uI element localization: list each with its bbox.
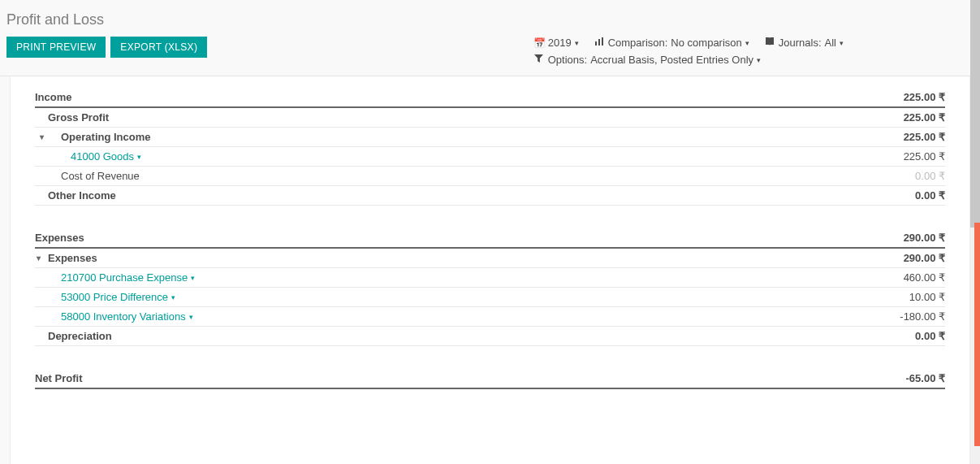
book-icon <box>764 37 775 49</box>
other-income-row: Other Income 0.00 ₹ <box>35 186 945 206</box>
expenses-section: Expenses 290.00 ₹ ▾ Expenses 290.00 ₹ 21… <box>35 228 945 346</box>
chevron-down-icon: ▾ <box>191 274 195 282</box>
comparison-label: Comparison: <box>608 37 668 49</box>
account-value: 460.00 ₹ <box>848 271 945 284</box>
chevron-down-icon: ▾ <box>745 39 749 47</box>
income-total: 225.00 ₹ <box>848 91 945 103</box>
cost-of-revenue-value: 0.00 ₹ <box>848 170 945 182</box>
income-section: Income 225.00 ₹ Gross Profit 225.00 ₹ ▾ … <box>35 88 945 206</box>
net-profit-section: Net Profit -65.00 ₹ <box>35 369 945 389</box>
gross-profit-row: Gross Profit 225.00 ₹ <box>35 108 945 128</box>
chevron-down-icon: ▾ <box>840 39 844 47</box>
chevron-down-icon: ▾ <box>757 56 761 64</box>
depreciation-value: 0.00 ₹ <box>848 330 945 342</box>
account-name: 58000 Inventory Variations <box>61 310 186 323</box>
chevron-down-icon: ▾ <box>189 313 193 321</box>
account-link-53000-price-difference[interactable]: 53000 Price Difference ▾ <box>61 291 175 303</box>
chevron-down-icon: ▾ <box>137 153 141 161</box>
other-income-value: 0.00 ₹ <box>848 189 945 202</box>
income-title: Income <box>35 91 848 103</box>
calendar-icon: 📅 <box>533 37 545 49</box>
export-xlsx-button[interactable]: EXPORT (XLSX) <box>110 37 207 58</box>
account-link-58000-inventory-variations[interactable]: 58000 Inventory Variations ▾ <box>61 310 193 323</box>
cost-of-revenue-label: Cost of Revenue <box>35 170 848 182</box>
account-value: 10.00 ₹ <box>848 291 945 303</box>
account-row: 53000 Price Difference ▾ 10.00 ₹ <box>35 288 945 307</box>
caret-down-icon: ▾ <box>37 254 46 262</box>
net-profit-row: Net Profit -65.00 ₹ <box>35 369 945 389</box>
svg-rect-1 <box>598 39 600 46</box>
toolbar: PRINT PREVIEW EXPORT (XLSX) 📅 2019 ▾ Com… <box>0 37 980 76</box>
expenses-sub-label: Expenses <box>48 252 97 264</box>
svg-rect-2 <box>602 37 603 46</box>
net-profit-label: Net Profit <box>35 372 848 384</box>
account-name: 53000 Price Difference <box>61 291 168 303</box>
account-row: 58000 Inventory Variations ▾ -180.00 ₹ <box>35 307 945 327</box>
account-row: 41000 Goods ▾ 225.00 ₹ <box>35 147 945 167</box>
operating-income-row[interactable]: ▾ Operating Income 225.00 ₹ <box>35 128 945 147</box>
account-value: 225.00 ₹ <box>848 150 945 163</box>
account-name: 210700 Purchase Expense <box>61 271 188 284</box>
account-value: -180.00 ₹ <box>848 310 945 323</box>
svg-rect-0 <box>595 41 597 46</box>
bar-chart-icon <box>594 37 605 49</box>
expenses-header: Expenses 290.00 ₹ <box>35 228 945 249</box>
income-header: Income 225.00 ₹ <box>35 88 945 108</box>
account-name: 41000 Goods <box>71 150 134 163</box>
chevron-down-icon: ▾ <box>575 39 579 47</box>
net-profit-value: -65.00 ₹ <box>848 372 945 384</box>
account-link-210700-purchase-expense[interactable]: 210700 Purchase Expense ▾ <box>61 271 195 284</box>
funnel-icon <box>533 54 545 66</box>
account-link-41000-goods[interactable]: 41000 Goods ▾ <box>71 150 141 163</box>
other-income-label: Other Income <box>35 189 848 202</box>
expenses-sub-value: 290.00 ₹ <box>848 252 945 264</box>
journals-label: Journals: <box>779 37 822 49</box>
period-value: 2019 <box>548 37 572 49</box>
options-value: Accrual Basis, Posted Entries Only <box>590 54 753 66</box>
accent-bar <box>974 223 980 446</box>
cost-of-revenue-row: Cost of Revenue 0.00 ₹ <box>35 167 945 186</box>
period-filter[interactable]: 📅 2019 ▾ <box>533 37 579 49</box>
report-body: Income 225.00 ₹ Gross Profit 225.00 ₹ ▾ … <box>10 76 970 464</box>
expenses-sub-row[interactable]: ▾ Expenses 290.00 ₹ <box>35 249 945 268</box>
expenses-title: Expenses <box>35 232 848 244</box>
options-label: Options: <box>548 54 587 66</box>
operating-income-value: 225.00 ₹ <box>848 131 945 143</box>
journals-filter[interactable]: Journals: All ▾ <box>764 37 844 49</box>
page-title: Profit and Loss <box>0 0 980 37</box>
depreciation-row: Depreciation 0.00 ₹ <box>35 327 945 346</box>
comparison-value: No comparison <box>671 37 741 49</box>
caret-down-icon: ▾ <box>40 132 50 141</box>
expenses-total: 290.00 ₹ <box>848 232 945 244</box>
gross-profit-value: 225.00 ₹ <box>848 111 945 124</box>
options-filter[interactable]: Options: Accrual Basis, Posted Entries O… <box>533 54 761 66</box>
comparison-filter[interactable]: Comparison: No comparison ▾ <box>594 37 749 49</box>
journals-value: All <box>825 37 836 49</box>
print-preview-button[interactable]: PRINT PREVIEW <box>6 37 106 58</box>
scrollbar-thumb[interactable] <box>970 0 980 228</box>
depreciation-label: Depreciation <box>35 330 848 342</box>
operating-income-label: Operating Income <box>61 131 151 143</box>
chevron-down-icon: ▾ <box>171 293 175 301</box>
gross-profit-label: Gross Profit <box>35 111 848 124</box>
account-row: 210700 Purchase Expense ▾ 460.00 ₹ <box>35 268 945 288</box>
